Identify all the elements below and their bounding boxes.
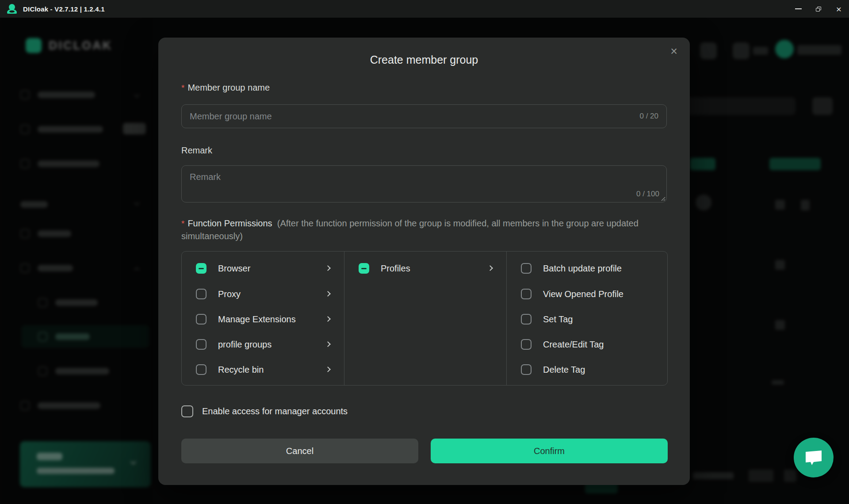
window-title: DICloak - V2.7.12 | 1.2.4.1: [23, 5, 105, 13]
required-marker: *: [181, 83, 184, 92]
checkbox-unchecked[interactable]: [521, 364, 532, 375]
permission-item-delete-tag[interactable]: Delete Tag: [521, 361, 585, 378]
permission-label: profile groups: [218, 340, 272, 350]
permissions-column-2: Profiles: [344, 252, 506, 385]
minimize-button[interactable]: [788, 0, 808, 18]
checkbox-unchecked[interactable]: [196, 364, 207, 375]
checkbox-unchecked[interactable]: [521, 289, 532, 299]
checkbox-unchecked[interactable]: [196, 289, 207, 299]
checkbox-unchecked[interactable]: [196, 339, 207, 350]
chat-bubble-icon: [804, 449, 823, 466]
checkbox-unchecked[interactable]: [521, 263, 532, 274]
permission-label: Set Tag: [543, 314, 573, 325]
confirm-button[interactable]: Confirm: [431, 439, 668, 463]
permission-item-batch-update-profile[interactable]: Batch update profile: [521, 260, 622, 277]
permission-item-recycle-bin[interactable]: Recycle bin: [196, 361, 264, 378]
permission-item-view-opened-profile[interactable]: View Opened Profile: [521, 285, 623, 303]
member-group-name-input[interactable]: [190, 105, 601, 128]
permission-item-set-tag[interactable]: Set Tag: [521, 310, 573, 328]
chevron-right-icon[interactable]: [487, 265, 493, 271]
char-counter: 0 / 20: [639, 112, 658, 121]
manager-access-row[interactable]: Enable access for manager accounts: [181, 405, 348, 417]
permissions-tree: Browser Proxy Manage Extensions profile …: [181, 251, 668, 386]
permission-item-manage-extensions[interactable]: Manage Extensions: [196, 310, 296, 328]
close-icon: ×: [836, 4, 841, 14]
remark-field: 0 / 100: [181, 165, 667, 202]
cancel-button[interactable]: Cancel: [181, 439, 418, 463]
permission-item-browser[interactable]: Browser: [196, 260, 250, 277]
minimize-icon: [795, 8, 802, 9]
permissions-column-3: Batch update profile View Opened Profile…: [506, 252, 668, 385]
checkbox-indeterminate[interactable]: [196, 263, 207, 274]
permission-label: Manage Extensions: [218, 314, 296, 325]
permissions-column-1: Browser Proxy Manage Extensions profile …: [182, 252, 344, 385]
close-window-button[interactable]: ×: [829, 0, 849, 18]
permission-label: Proxy: [218, 289, 241, 299]
support-chat-button[interactable]: [794, 438, 834, 477]
permission-label: Delete Tag: [543, 365, 585, 375]
permission-label: View Opened Profile: [543, 289, 623, 299]
checkbox-unchecked[interactable]: [196, 314, 207, 325]
permission-item-profile-groups[interactable]: profile groups: [196, 336, 272, 353]
checkbox-unchecked[interactable]: [181, 405, 193, 417]
chevron-right-icon[interactable]: [325, 291, 331, 297]
remark-label: Remark: [181, 145, 212, 156]
member-group-name-field: 0 / 20: [181, 104, 667, 128]
permission-item-profiles[interactable]: Profiles: [359, 260, 410, 277]
permission-label: Batch update profile: [543, 263, 622, 274]
permission-label: Browser: [218, 263, 250, 274]
permission-item-create-edit-tag[interactable]: Create/Edit Tag: [521, 336, 604, 353]
window-controls: ×: [788, 0, 849, 18]
checkbox-indeterminate[interactable]: [359, 263, 369, 274]
permission-label: Profiles: [381, 263, 410, 274]
member-group-name-label: *Member group name: [181, 83, 270, 93]
restore-icon: [816, 7, 821, 11]
dicloak-logo-icon: [6, 4, 18, 14]
titlebar: DICloak - V2.7.12 | 1.2.4.1 ×: [0, 0, 849, 18]
modal-close-icon[interactable]: ×: [670, 46, 677, 57]
remark-textarea[interactable]: [190, 172, 601, 195]
restore-button[interactable]: [808, 0, 829, 18]
permission-label: Create/Edit Tag: [543, 340, 604, 350]
required-marker: *: [181, 219, 184, 228]
create-member-group-modal: Create member group × *Member group name…: [158, 38, 690, 485]
chevron-right-icon[interactable]: [325, 341, 331, 347]
app-window: DICloak - V2.7.12 | 1.2.4.1 × DICLOAK: [0, 0, 849, 504]
chevron-right-icon[interactable]: [325, 367, 331, 372]
checkbox-unchecked[interactable]: [521, 339, 532, 350]
resize-handle[interactable]: [660, 196, 665, 201]
function-permissions-label: *Function Permissions (After the functio…: [181, 217, 668, 242]
chevron-right-icon[interactable]: [325, 316, 331, 322]
chevron-right-icon[interactable]: [325, 265, 331, 271]
permission-item-proxy[interactable]: Proxy: [196, 285, 241, 303]
permission-label: Recycle bin: [218, 365, 264, 375]
char-counter: 0 / 100: [636, 190, 659, 199]
manager-access-label: Enable access for manager accounts: [202, 406, 348, 416]
modal-title: Create member group: [158, 53, 690, 66]
checkbox-unchecked[interactable]: [521, 314, 532, 325]
